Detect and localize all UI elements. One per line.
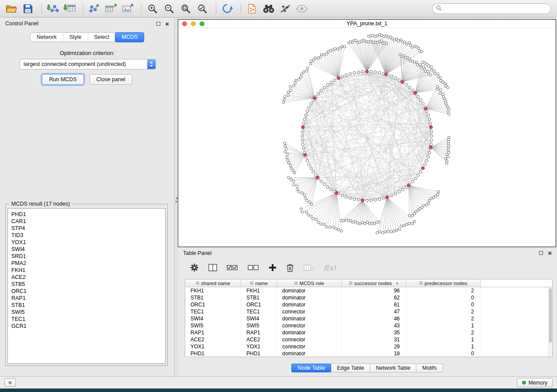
table-row[interactable]: ACE2ACE2connector311 <box>185 336 548 343</box>
column-header-successor-nodes[interactable]: ⊞ successor nodes ∨ <box>342 279 406 287</box>
import-table-icon[interactable] <box>62 2 76 15</box>
mcds-result-list[interactable]: PHD1CAR1STP4TID3YOX1SWI4SRD1PMA2FKH1ACE2… <box>7 208 166 364</box>
table-row[interactable]: YOX1YOX1connector291 <box>185 343 548 350</box>
table-row[interactable]: FKH1FKH1dominator962 <box>185 287 548 294</box>
mcds-result-item[interactable]: GCR1 <box>11 323 165 330</box>
right-column: YPA_prune.txt_1 Table Panel × <box>178 18 557 376</box>
toolbar-separator <box>216 3 216 14</box>
mcds-result-item[interactable]: ORC1 <box>11 288 165 295</box>
zoom-fit-icon[interactable] <box>179 2 193 15</box>
tab-edge-table[interactable]: Edge Table <box>331 364 370 372</box>
mcds-result-item[interactable]: YOX1 <box>11 239 165 246</box>
search-input[interactable] <box>444 6 547 12</box>
import-network-icon[interactable] <box>46 2 60 15</box>
table-cell: 46 <box>342 315 406 322</box>
table-cell: dominator <box>277 315 342 322</box>
tab-select[interactable]: Select <box>88 33 116 41</box>
splitter-handle-icon[interactable] <box>175 197 178 203</box>
create-column-plus-icon[interactable] <box>269 264 277 272</box>
table-cell-filler <box>481 343 548 350</box>
table-cell: connector <box>277 343 342 350</box>
tab-mcds[interactable]: MCDS <box>115 32 144 42</box>
export-table-icon[interactable] <box>104 2 118 15</box>
zoom-selected-icon[interactable] <box>195 2 209 15</box>
level-of-detail-icon[interactable] <box>278 2 292 15</box>
mcds-result-title: MCDS result (17 nodes) <box>9 201 72 207</box>
automation-menu-icon[interactable]: ≡ <box>4 378 16 387</box>
table-cell: 0 <box>406 294 481 301</box>
select-all-columns-icon[interactable] <box>227 264 238 271</box>
float-table-panel-icon[interactable] <box>539 251 543 255</box>
open-session-icon[interactable] <box>4 2 18 15</box>
zoom-in-icon[interactable] <box>145 2 159 15</box>
memory-button[interactable]: Memory <box>517 378 553 387</box>
tab-style[interactable]: Style <box>63 33 88 41</box>
mcds-result-item[interactable]: SRD1 <box>11 253 165 260</box>
network-view-title: YPA_prune.txt_1 <box>178 21 556 27</box>
close-table-panel-icon[interactable]: × <box>548 250 552 256</box>
tab-motifs[interactable]: Motifs <box>416 364 443 372</box>
optimization-dropdown[interactable]: largest connected component (undirected) <box>20 59 156 69</box>
tab-network[interactable]: Network <box>31 33 63 41</box>
table-row[interactable]: STB1STB1dominator620 <box>185 294 548 301</box>
column-header-shared-name[interactable]: ⊞ shared name <box>185 279 241 287</box>
panel-splitter[interactable] <box>175 18 178 376</box>
table-cell-filler <box>481 287 548 294</box>
column-header-predecessor-nodes[interactable]: ⊞ predecessor nodes <box>406 279 481 287</box>
refresh-icon[interactable] <box>220 2 234 15</box>
zoom-out-icon[interactable] <box>162 2 176 15</box>
mcds-result-item[interactable]: FKH1 <box>11 267 165 274</box>
delete-column-trash-icon[interactable] <box>286 263 294 272</box>
table-settings-gear-icon[interactable] <box>190 263 199 272</box>
column-header-name[interactable]: ⊞ name <box>241 279 277 287</box>
mcds-result-item[interactable]: STP4 <box>11 225 165 232</box>
table-cell: connector <box>277 322 342 329</box>
share-document-icon[interactable] <box>245 2 259 15</box>
mcds-result-item[interactable]: TEC1 <box>11 316 165 323</box>
export-network-icon[interactable] <box>87 2 101 15</box>
mcds-result-item[interactable]: ACE2 <box>11 274 165 281</box>
search-network-icon[interactable] <box>262 2 276 15</box>
global-search[interactable] <box>432 3 551 14</box>
control-panel-title: Control Panel <box>5 21 38 27</box>
show-hide-graphics-icon[interactable] <box>295 2 309 15</box>
table-row[interactable]: RAP1RAP1dominator352 <box>185 329 548 336</box>
table-row[interactable]: SWI5SWI5connector431 <box>185 322 548 329</box>
column-type-icon: ⊞ <box>419 281 422 285</box>
float-panel-icon[interactable] <box>156 22 160 26</box>
table-scrollbar[interactable] <box>548 287 552 357</box>
tab-node-table[interactable]: Node Table <box>291 364 331 372</box>
mcds-result-item[interactable]: RAP1 <box>11 295 165 302</box>
table-row[interactable]: PHD1PHD1dominator180 <box>185 350 548 357</box>
table-cell: connector <box>277 336 342 343</box>
run-mcds-button[interactable]: Run MCDS <box>42 74 83 85</box>
mcds-result-item[interactable]: SWI5 <box>11 309 165 316</box>
close-panel-icon[interactable]: × <box>165 21 169 27</box>
table-header: ⊞ shared name ⊞ name ⊞ MCDS role ⊞ succe… <box>185 279 552 287</box>
column-header-mcds-role[interactable]: ⊞ MCDS role <box>277 279 342 287</box>
table-row[interactable]: ORC1ORC1dominator610 <box>185 301 548 308</box>
table-panel-title: Table Panel <box>183 250 211 256</box>
unselect-all-columns-icon[interactable] <box>248 264 259 271</box>
collapse-left-icon <box>176 197 177 199</box>
mcds-result-item[interactable]: TID3 <box>11 232 165 239</box>
save-session-icon[interactable] <box>21 2 35 15</box>
export-image-icon[interactable] <box>121 2 135 15</box>
network-canvas[interactable] <box>178 28 556 247</box>
table-cell: 2 <box>406 287 481 294</box>
show-column-panel-icon[interactable] <box>208 264 217 272</box>
table-cell: SWI5 <box>185 322 241 329</box>
mcds-result-item[interactable]: STB5 <box>11 281 165 288</box>
mcds-result-item[interactable]: CAR1 <box>11 218 165 225</box>
mcds-result-item[interactable]: SWI4 <box>11 246 165 253</box>
mcds-result-item[interactable]: STB1 <box>11 302 165 309</box>
table-row[interactable]: TEC1TEC1connector472 <box>185 308 548 315</box>
mcds-result-item[interactable]: PHD1 <box>11 211 165 218</box>
table-cell: 47 <box>342 308 406 315</box>
tab-network-table[interactable]: Network Table <box>370 364 417 372</box>
close-panel-button[interactable]: Close panel <box>90 74 132 85</box>
table-cell-filler <box>481 350 548 357</box>
scrollbar-thumb[interactable] <box>549 288 552 343</box>
mcds-result-item[interactable]: PMA2 <box>11 260 165 267</box>
table-row[interactable]: SWI4SWI4dominator462 <box>185 315 548 322</box>
